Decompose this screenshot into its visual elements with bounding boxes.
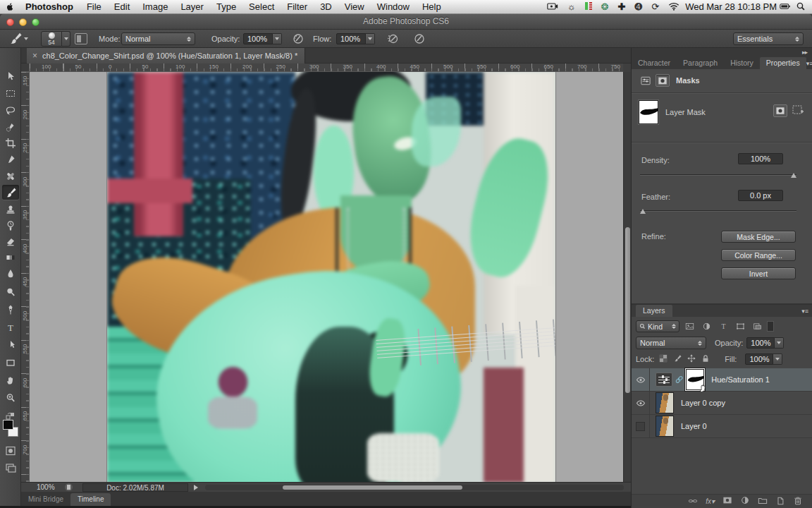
shape-tool[interactable] (2, 355, 19, 370)
menu-view[interactable]: View (338, 1, 371, 12)
path-selection-tool[interactable] (2, 337, 19, 352)
brush-tool[interactable] (2, 185, 19, 200)
opacity-input[interactable]: 100% (243, 30, 282, 48)
quick-selection-tool[interactable] (2, 119, 19, 134)
layer-thumbnail[interactable] (656, 392, 674, 413)
bottom-tab-timeline[interactable]: Timeline (70, 493, 111, 506)
close-document-icon[interactable]: × (32, 51, 37, 61)
blur-tool[interactable] (2, 266, 19, 281)
select-pixel-mask-button[interactable] (773, 104, 787, 117)
add-vector-mask-icon[interactable] (792, 104, 804, 117)
tablet-size-icon[interactable] (413, 30, 426, 48)
apple-menu[interactable] (0, 1, 18, 12)
layer-thumbnail[interactable] (656, 416, 674, 437)
evernote-icon[interactable]: ➍ (634, 0, 642, 14)
lock-transparent-icon[interactable] (659, 354, 668, 364)
ruler-origin-box[interactable] (21, 64, 30, 72)
panel-tab-history[interactable]: History (724, 57, 760, 69)
opacity-caret[interactable] (273, 33, 282, 44)
history-brush-tool[interactable] (2, 218, 19, 233)
link-layers-icon[interactable] (688, 496, 698, 507)
toggle-brush-panel-button[interactable] (75, 30, 87, 48)
new-group-icon[interactable] (758, 496, 768, 507)
menu-photoshop[interactable]: Photoshop (18, 1, 80, 12)
healing-brush-tool[interactable] (2, 169, 19, 183)
menu-3d[interactable]: 3D (314, 1, 338, 12)
blend-mode-select[interactable]: Normal (121, 30, 195, 48)
zoom-tool[interactable] (2, 390, 19, 405)
airbrush-icon[interactable] (386, 30, 399, 48)
lasso-tool[interactable] (2, 103, 19, 118)
density-slider-thumb[interactable] (791, 173, 796, 178)
menu-edit[interactable]: Edit (108, 1, 136, 12)
pen-tool[interactable] (2, 302, 19, 317)
layer-blend-mode-select[interactable]: Normal (636, 337, 706, 349)
layer-style-icon[interactable]: fx▾ (706, 497, 715, 505)
panel-tab-paragraph[interactable]: Paragraph (677, 57, 724, 69)
menu-select[interactable]: Select (242, 1, 281, 12)
feather-slider-thumb[interactable] (640, 209, 646, 214)
health-plus-icon[interactable]: ✚ (617, 0, 625, 14)
new-adjustment-layer-icon[interactable] (740, 496, 750, 507)
quick-mask-mode-icon[interactable] (2, 443, 19, 458)
layer-visibility-toggle[interactable] (632, 415, 650, 438)
density-input[interactable]: 100% (738, 153, 783, 164)
panel-tab-character[interactable]: Character (632, 57, 677, 69)
status-page-icon[interactable] (65, 483, 73, 491)
window-title-bar[interactable]: Adobe Photoshop CS6 (0, 14, 812, 30)
flow-caret[interactable] (366, 33, 375, 44)
adjustment-layer-filter-icon[interactable] (700, 320, 713, 332)
horizontal-ruler[interactable]: 1005005010015020025030035040045050055060… (30, 64, 623, 72)
canvas-pasteboard[interactable] (30, 72, 623, 482)
display-camera-icon[interactable] (547, 1, 558, 12)
horizontal-scrollbar-thumb[interactable] (283, 485, 462, 490)
lock-all-icon[interactable] (701, 354, 710, 364)
color-range-button[interactable]: Color Range... (721, 249, 796, 261)
gradient-tool[interactable] (2, 250, 19, 265)
lock-position-icon[interactable] (687, 354, 696, 364)
new-layer-icon[interactable] (775, 496, 785, 507)
layer-fill-input[interactable]: 100% (745, 353, 782, 365)
feather-slider[interactable] (640, 210, 796, 212)
collapse-panels-icon[interactable]: ▸▸ (802, 49, 807, 56)
battery-icon[interactable] (780, 1, 791, 12)
screen-mode-icon[interactable] (2, 460, 19, 475)
horizontal-scrollbar[interactable] (205, 485, 624, 490)
sync-icon[interactable]: ⟳ (651, 0, 659, 14)
status-menu-arrow-icon[interactable] (194, 485, 198, 490)
bottom-tab-mini-bridge[interactable]: Mini Bridge (21, 493, 70, 506)
mask-link-icon[interactable]: 🔗 (675, 376, 683, 383)
globe-icon[interactable]: ❂ (601, 0, 609, 14)
menu-clock[interactable]: Wed Mar 28 10:18 PM (682, 1, 780, 12)
vertical-scrollbar-thumb[interactable] (625, 227, 630, 393)
eraser-tool[interactable] (2, 234, 19, 248)
vertical-scrollbar[interactable] (623, 72, 631, 482)
document-tab[interactable]: × ch8_Color_Change_Shirt.psd @ 100% (Hue… (27, 48, 305, 64)
lock-pixels-icon[interactable] (673, 354, 682, 364)
move-tool[interactable] (2, 68, 19, 83)
layer-mask-thumbnail[interactable] (639, 100, 658, 124)
zoom-level[interactable]: 100% (37, 483, 65, 491)
eyedropper-tool[interactable] (2, 152, 19, 167)
menu-image[interactable]: Image (136, 1, 174, 12)
tablet-opacity-icon[interactable] (292, 30, 304, 48)
layer-opacity-caret[interactable] (775, 337, 784, 349)
type-tool[interactable]: T (2, 320, 19, 334)
foreground-color-swatch[interactable] (3, 420, 13, 430)
layer-row[interactable]: Layer 0 (632, 415, 812, 438)
menu-filter[interactable]: Filter (281, 1, 314, 12)
vertical-ruler[interactable]: 150200250300350400450500550600650700 (21, 72, 30, 482)
add-layer-mask-icon[interactable] (722, 496, 732, 507)
menu-help[interactable]: Help (416, 1, 448, 12)
layer-row[interactable]: 🔗Hue/Saturation 1 (632, 368, 812, 392)
invert-button[interactable]: Invert (721, 267, 796, 279)
menu-type[interactable]: Type (210, 1, 242, 12)
delete-layer-icon[interactable] (793, 496, 803, 507)
layer-fill-caret[interactable] (773, 353, 782, 365)
menu-window[interactable]: Window (371, 1, 416, 12)
doc-size-info[interactable]: Doc: 2.02M/5.87M (82, 483, 188, 492)
feather-input[interactable]: 0.0 px (738, 190, 783, 201)
layer-visibility-toggle[interactable] (632, 392, 650, 415)
adjustment-properties-icon[interactable] (639, 74, 653, 87)
layer-row[interactable]: Layer 0 copy (632, 392, 812, 415)
